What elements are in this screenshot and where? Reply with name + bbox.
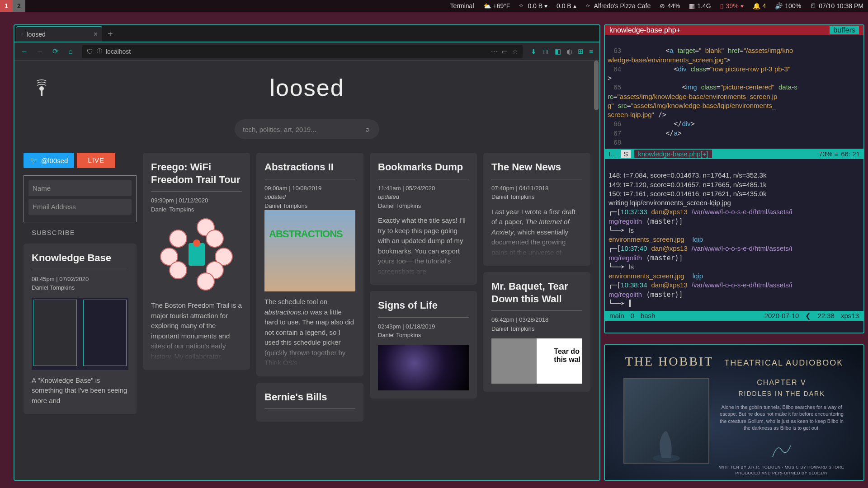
card-title: Signs of Life	[378, 299, 469, 312]
video-player-window[interactable]: THE HOBBIT THEATRICAL AUDIOBOOK CHAPTER …	[604, 344, 864, 481]
workspace-2[interactable]: 2	[13, 0, 25, 12]
card-title: Bernie's Bills	[264, 391, 355, 404]
page-title: loosed	[19, 74, 595, 101]
library-icon[interactable]: ⫿⫿	[542, 47, 549, 56]
subscribe-button[interactable]: SUBSCRIBE	[24, 229, 137, 236]
clock[interactable]: 🗓07/10 10:38 PM	[806, 0, 868, 12]
twitter-icon: 🐦	[30, 156, 38, 164]
video-chapter: CHAPTER V	[718, 378, 845, 388]
video-rune-icon	[768, 441, 795, 459]
card-new-news[interactable]: The New News 07:40pm | 04/11/2018 Daniel…	[483, 153, 590, 266]
video-cover-art	[623, 378, 709, 464]
wifi-icon: ᯤ	[585, 2, 592, 9]
card-bernie[interactable]: Bernie's Bills	[256, 383, 363, 422]
wifi-ssid[interactable]: ᯤAlfredo's Pizza Cafe	[581, 0, 656, 12]
workspace-1[interactable]: 1	[0, 0, 13, 12]
card-title: Bookmarks Dump	[378, 161, 469, 174]
info-icon[interactable]: ⓘ	[97, 47, 102, 55]
card-meta: 09:30pm | 01/12/2020 Daniel Tompkins	[151, 196, 242, 214]
card-excerpt: Last year I wrote a first draft of a pap…	[491, 207, 582, 258]
tmux-statusline: main 0 bash 2020-07-10 ❮ 22:38 xps13	[605, 311, 863, 321]
email-field[interactable]	[28, 199, 132, 215]
sidebar-icon[interactable]: ◧	[555, 47, 561, 56]
terminal-output[interactable]: 148: t=7.084, score=0.014673, n=17641, n…	[605, 159, 863, 311]
card-freego[interactable]: Freego: WiFi Freedom Trail Tour 09:30pm …	[143, 153, 250, 370]
weather-indicator[interactable]: ⛅+69°F	[479, 0, 515, 12]
url-text: localhost	[106, 48, 131, 55]
home-button[interactable]: ⌂	[64, 45, 77, 58]
card-excerpt: The Boston Freedom Trail is a major tour…	[151, 300, 242, 361]
reload-button[interactable]: ⟳	[49, 45, 61, 58]
battery-icon: ▯	[720, 2, 724, 9]
card-meta: 08:45pm | 07/02/2020 Daniel Tompkins	[32, 275, 128, 292]
new-tab-button[interactable]: +	[102, 26, 118, 42]
back-button[interactable]: ←	[18, 45, 31, 58]
name-field[interactable]	[28, 180, 132, 196]
scrollbar[interactable]	[594, 61, 599, 110]
card-abstractions[interactable]: Abstractions II 09:00am | 10/08/2019 upd…	[256, 153, 363, 376]
editor-code-area[interactable]: 63 <a target="_blank" href="/assets/img/…	[605, 35, 863, 149]
chip-icon: ▦	[689, 2, 695, 9]
card-knowledge-base[interactable]: Knowledge Base 08:45pm | 07/02/2020 Dani…	[24, 244, 137, 414]
editor-statusline: I… S knowledge-base.php[+] 73% ≡66: 21	[605, 149, 863, 159]
editor-buffers-label[interactable]: buffers	[830, 26, 859, 34]
network-down: ᯤ0.0 B ▾	[514, 0, 552, 12]
ram-indicator: ▦1.4G	[684, 0, 715, 12]
bell-icon: 🔔	[753, 2, 760, 9]
volume-indicator[interactable]: 🔊100%	[770, 0, 806, 12]
live-link[interactable]: LIVE	[77, 153, 115, 168]
shield-icon: 🛡	[87, 48, 93, 55]
network-up: 0.0 B ▴	[552, 0, 581, 12]
plus-icon: +	[108, 29, 113, 39]
arrow-left-icon: ←	[21, 47, 28, 56]
system-topbar: 1 2 Terminal ⛅+69°F ᯤ0.0 B ▾ 0.0 B ▴ ᯤAl…	[0, 0, 868, 12]
browser-tab-label: loosed	[27, 31, 46, 38]
card-bookmarks[interactable]: Bookmarks Dump 11:41am | 05/24/2020 upda…	[370, 153, 477, 285]
disk-icon: ⊘	[660, 2, 665, 9]
editor-titlebar: knowledge-base.php+ buffers	[605, 25, 863, 35]
arrow-right-icon: →	[36, 47, 43, 56]
search-field[interactable]: ⌕	[235, 119, 379, 139]
editor-filename: knowledge-base.php+	[609, 26, 680, 34]
terminal-editor-window: knowledge-base.php+ buffers 63 <a target…	[604, 24, 864, 333]
battery-indicator[interactable]: ▯39% ▾	[716, 0, 748, 12]
search-icon: ⌕	[365, 125, 370, 133]
card-meta: 02:43pm | 01/18/2019 Daniel Tompkins	[378, 322, 469, 340]
calendar-icon: 🗓	[810, 2, 816, 9]
tab-favicon-icon: ↑	[21, 32, 24, 37]
search-input[interactable]	[243, 126, 359, 133]
browser-window: ↑ loosed × + ← → ⟳ ⌂ 🛡 ⓘ localhost ⋯ ▭ ☆…	[14, 24, 600, 481]
close-tab-icon[interactable]: ×	[94, 30, 98, 38]
download-icon[interactable]: ⬇	[531, 47, 537, 56]
card-title: Mr. Baquet, Tear Down this Wall	[491, 280, 582, 305]
extensions-icon[interactable]: ⊞	[578, 47, 584, 56]
page-actions-icon[interactable]: ⋯	[491, 48, 497, 55]
twitter-link[interactable]: 🐦@l00sed	[24, 153, 74, 168]
forward-button: →	[33, 45, 46, 58]
focused-app-label: Terminal	[446, 0, 479, 12]
card-baquet[interactable]: Mr. Baquet, Tear Down this Wall 06:42pm …	[483, 272, 590, 392]
account-icon[interactable]: ◐	[566, 47, 572, 56]
card-excerpt: The schedule tool on abstractions.io was…	[264, 297, 355, 368]
reload-icon: ⟳	[52, 47, 58, 56]
card-meta: 06:42pm | 03/28/2018 Daniel Tompkins	[491, 315, 582, 333]
card-signs[interactable]: Signs of Life 02:43pm | 01/18/2019 Danie…	[370, 291, 477, 399]
card-title: Abstractions II	[264, 161, 355, 174]
search-button[interactable]: ⌕	[359, 121, 376, 137]
video-subtitle: THEATRICAL AUDIOBOOK	[724, 358, 843, 368]
video-chapter-name: RIDDLES IN THE DARK	[718, 389, 845, 399]
browser-tab-active[interactable]: ↑ loosed ×	[16, 26, 102, 42]
tmux-session: main	[609, 312, 624, 320]
menu-icon[interactable]: ≡	[589, 47, 593, 56]
card-meta: 09:00am | 10/08/2019 updated Daniel Tomp…	[264, 184, 355, 211]
address-bar[interactable]: 🛡 ⓘ localhost ⋯ ▭ ☆	[82, 45, 523, 58]
notifications-indicator[interactable]: 🔔4	[748, 0, 771, 12]
workspace-switcher: 1 2	[0, 0, 25, 12]
card-excerpt: A "Knowledge Base" is something that I'v…	[32, 375, 128, 406]
card-title: Freego: WiFi Freedom Trail Tour	[151, 161, 242, 186]
reader-icon[interactable]: ▭	[502, 48, 508, 55]
cloud-icon: ⛅	[483, 2, 491, 9]
bookmark-star-icon[interactable]: ☆	[512, 48, 518, 55]
video-blurb: Alone in the goblin tunnels, Bilbo searc…	[718, 404, 845, 432]
card-thumbnail	[378, 345, 469, 390]
